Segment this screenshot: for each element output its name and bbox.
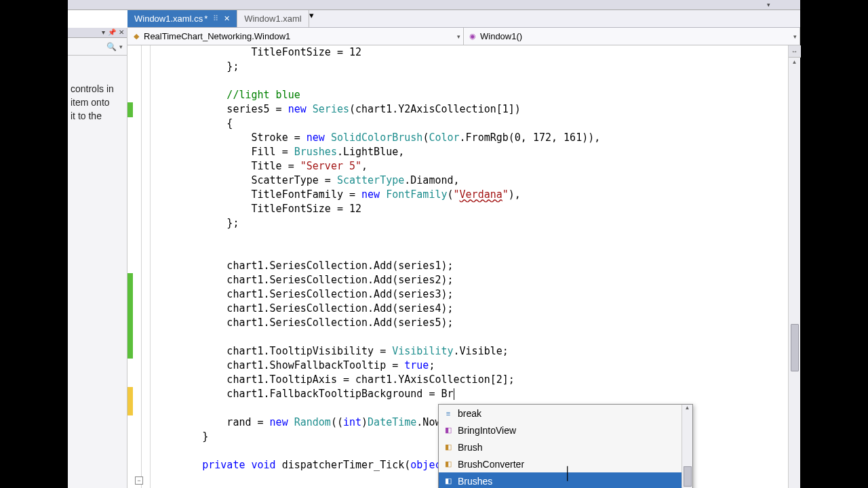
vertical-scrollbar[interactable]: ↔ ▲ <box>788 45 800 488</box>
search-icon[interactable]: 🔍 <box>106 40 117 54</box>
member-navigator[interactable]: ◉ Window1() ▾ <box>464 28 800 45</box>
chevron-down-icon[interactable]: ▾ <box>457 33 460 40</box>
tab-active[interactable]: Window1.xaml.cs* ⠿ ✕ <box>127 10 237 27</box>
scroll-up-icon[interactable]: ▲ <box>685 405 690 411</box>
intellisense-scrollbar[interactable]: ▲ <box>682 405 692 488</box>
pin-icon[interactable]: ⠿ <box>213 14 218 23</box>
scrollbar-thumb[interactable] <box>791 324 799 371</box>
chevron-down-icon[interactable]: ▾ <box>119 40 123 54</box>
scroll-up-icon[interactable]: ▲ <box>791 58 799 66</box>
panel-header: ▾ <box>68 0 800 10</box>
class-icon: ◧ <box>443 442 454 453</box>
class-icon: ◧ <box>443 476 454 487</box>
type-navigator[interactable]: ◆ RealTimeChart_Networking.Window1 ▾ <box>127 28 464 45</box>
chevron-down-icon[interactable]: ▾ <box>767 1 770 8</box>
chevron-down-icon[interactable]: ▾ <box>793 33 797 40</box>
class-icon: ◆ <box>132 32 141 41</box>
method-icon: ◧ <box>443 425 454 436</box>
intellisense-item[interactable]: ◧ BringIntoView <box>439 422 692 439</box>
close-icon[interactable]: ✕ <box>224 14 230 23</box>
intellisense-item[interactable]: ◧ BrushConverter <box>439 455 692 472</box>
text-caret <box>454 388 454 400</box>
side-panel: ▾ 📌 ✕ 🔍 ▾ controls in item onto it to th… <box>68 28 127 488</box>
tab-row: Window1.xaml.cs* ⠿ ✕ Window1.xaml ▾ <box>127 10 800 28</box>
collapse-toggle[interactable]: − <box>135 476 143 485</box>
scrollbar-thumb[interactable] <box>684 466 692 487</box>
split-icon[interactable]: ↔ <box>789 45 801 58</box>
class-icon: ◧ <box>443 459 454 470</box>
snippet-icon: ≡ <box>443 408 454 419</box>
tab-overflow[interactable]: ▾ <box>309 10 314 27</box>
sidepanel-text: controls in item onto it to the <box>71 82 124 123</box>
intellisense-popup[interactable]: ≡ break ◧ BringIntoView ◧ Brush ◧ BrushC… <box>438 404 693 488</box>
intellisense-item[interactable]: ≡ break <box>439 405 692 422</box>
tab-inactive[interactable]: Window1.xaml <box>237 10 309 27</box>
intellisense-item[interactable]: ◧ Brush <box>439 439 692 455</box>
intellisense-item-selected[interactable]: ◧ Brushes <box>439 472 692 488</box>
outline-gutter[interactable]: − <box>133 45 151 488</box>
change-marker-bar <box>127 45 133 488</box>
method-icon: ◉ <box>468 32 477 41</box>
